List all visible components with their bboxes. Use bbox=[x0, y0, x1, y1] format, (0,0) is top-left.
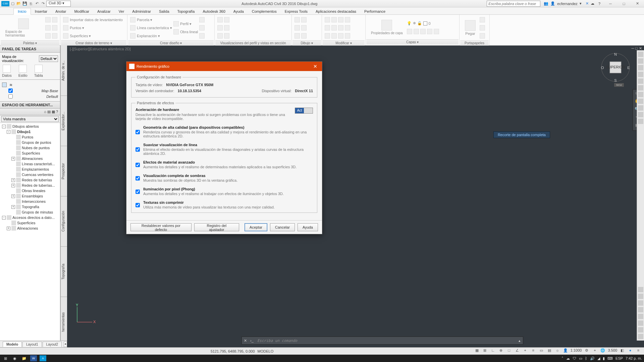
space-indicator[interactable]: MODELO bbox=[258, 349, 274, 353]
tool-icon[interactable] bbox=[434, 29, 439, 34]
tool-icon[interactable] bbox=[638, 307, 643, 312]
explorer-icon[interactable]: 📁 bbox=[21, 355, 28, 361]
tree-node[interactable]: -Dibujo1 bbox=[1, 129, 59, 134]
move-icon[interactable] bbox=[325, 17, 330, 22]
tool-icon[interactable] bbox=[638, 58, 643, 64]
layer-row[interactable]: Default bbox=[2, 94, 58, 99]
effect-checkbox[interactable] bbox=[136, 126, 140, 138]
tool-icon[interactable] bbox=[224, 25, 229, 31]
ribbon-tab-inicio[interactable]: Inicio bbox=[13, 8, 31, 15]
tool-icon[interactable] bbox=[638, 112, 643, 117]
ribbon-item[interactable]: Parcela ▾ bbox=[130, 16, 172, 23]
toolspace-button[interactable]: Espacio de herramientas bbox=[3, 17, 44, 39]
tool-icon[interactable] bbox=[427, 29, 432, 34]
tree-expander[interactable]: - bbox=[2, 125, 6, 128]
lock-icon[interactable]: 🔓 bbox=[417, 21, 422, 25]
otrack-icon[interactable]: ∠ bbox=[514, 348, 520, 354]
sc-icon[interactable]: ☼ bbox=[554, 348, 560, 354]
tree-node[interactable]: Obras lineales bbox=[1, 188, 59, 193]
tree-node[interactable]: Emplazamientos bbox=[1, 167, 59, 172]
tareas-col-datos[interactable]: Datos bbox=[2, 65, 12, 77]
ribbon-tab-aplicaciones-destacadas[interactable]: Aplicaciones destacadas bbox=[312, 8, 360, 14]
save-icon[interactable]: 💾 bbox=[22, 1, 28, 6]
layout-tab-layout2[interactable]: Layout2 bbox=[43, 342, 62, 347]
tool-icon[interactable] bbox=[638, 92, 643, 97]
cmd-close-icon[interactable]: ✕ bbox=[242, 339, 249, 343]
palette-icon[interactable] bbox=[45, 33, 51, 39]
cut-icon[interactable] bbox=[480, 17, 485, 22]
vp-minimize-icon[interactable]: ─ bbox=[632, 46, 634, 51]
home-icon[interactable]: ⌂ bbox=[44, 110, 46, 114]
add-layout-button[interactable]: + bbox=[64, 342, 67, 347]
offset-icon[interactable] bbox=[331, 33, 337, 39]
panel-title[interactable]: Crear diseño ▾ bbox=[128, 40, 214, 46]
new-icon[interactable]: ▢ bbox=[10, 1, 15, 6]
tool-icon[interactable] bbox=[638, 334, 643, 339]
ribbon-item[interactable]: Puntos ▾ bbox=[63, 24, 123, 32]
ribbon-item[interactable]: Importar datos de levantamiento bbox=[63, 16, 123, 23]
viewcube[interactable]: SUPERIOR N S E O SCU bbox=[600, 52, 631, 82]
toolspace-view-select[interactable]: Vista maestra bbox=[1, 116, 59, 122]
dialog-titlebar[interactable]: Rendimiento gráfico ✕ bbox=[126, 62, 322, 71]
globe-icon[interactable]: 🌐 bbox=[600, 348, 606, 354]
polar-icon[interactable]: ⊕ bbox=[498, 348, 504, 354]
tree-expander[interactable]: + bbox=[11, 194, 15, 198]
tree-node[interactable]: +Redes de tuberías bbox=[1, 177, 59, 183]
tree-node[interactable]: -Accesos directos a dato... bbox=[1, 215, 59, 220]
ribbon-item[interactable]: Explanación ▾ bbox=[130, 32, 172, 40]
effect-checkbox[interactable] bbox=[136, 201, 140, 209]
tool-icon[interactable] bbox=[217, 33, 223, 39]
snap-icon[interactable]: ⊞ bbox=[482, 348, 488, 354]
plus-icon[interactable]: + bbox=[592, 348, 598, 354]
tree-node[interactable]: -Dibujos abiertos bbox=[1, 124, 59, 129]
ribbon-tab-topografía[interactable]: Topografía bbox=[173, 8, 199, 14]
tool-icon[interactable] bbox=[638, 287, 643, 292]
iso-icon[interactable]: ◧ bbox=[619, 348, 625, 354]
tool-icon[interactable] bbox=[638, 105, 643, 111]
ribbon-tab-anotar[interactable]: Anotar bbox=[51, 8, 70, 14]
tool-icon[interactable] bbox=[638, 52, 643, 57]
viewport-label[interactable]: [-][Superior][Estructura alámbrica 2D] bbox=[70, 47, 131, 51]
onedrive-icon[interactable]: ☁ bbox=[566, 356, 570, 361]
ribbon-tab-express-tools[interactable]: Express Tools bbox=[281, 8, 312, 14]
gear-icon[interactable]: ⚙ bbox=[584, 348, 590, 354]
tool-icon[interactable] bbox=[224, 33, 229, 39]
ribbon-tab-insertar[interactable]: Insertar bbox=[31, 8, 51, 14]
copy-icon[interactable] bbox=[331, 17, 337, 22]
tool-icon[interactable] bbox=[638, 78, 643, 84]
start-button[interactable]: ⊞ bbox=[2, 355, 9, 361]
side-tab-prospector[interactable]: Prospector bbox=[61, 146, 67, 196]
cmd-chevron-icon[interactable]: ›_ bbox=[249, 339, 255, 343]
autocad-icon[interactable]: A bbox=[40, 355, 46, 361]
tpy-icon[interactable]: ▭ bbox=[538, 348, 544, 354]
layer-row[interactable]: Map Base bbox=[2, 88, 58, 94]
volume-icon[interactable]: 🔊 bbox=[590, 356, 595, 361]
person-icon[interactable]: 👤 bbox=[562, 348, 569, 354]
exchange-icon[interactable]: ✕ bbox=[586, 1, 589, 6]
tree-expander[interactable]: - bbox=[7, 130, 10, 134]
saveas-icon[interactable]: ⎘ bbox=[28, 1, 34, 6]
tree-node[interactable]: +Redes de tuberías... bbox=[1, 183, 59, 188]
panel-title[interactable]: Crear datos de terreno ▾ bbox=[61, 40, 126, 46]
tool-icon[interactable] bbox=[638, 119, 643, 124]
wifi-icon[interactable]: ◢ bbox=[597, 356, 600, 361]
ribbon-item[interactable]: Perfil ▾ bbox=[173, 20, 198, 27]
scale-icon[interactable] bbox=[338, 25, 343, 31]
tree-node[interactable]: +Alineaciones bbox=[1, 156, 59, 161]
keyboard-icon[interactable]: ⌨ bbox=[607, 356, 613, 361]
open-icon[interactable]: 📂 bbox=[16, 1, 21, 6]
osnap-icon[interactable]: □ bbox=[506, 348, 512, 354]
tree-expander[interactable]: + bbox=[11, 178, 15, 182]
palette-icon[interactable] bbox=[52, 33, 57, 39]
mirror-icon[interactable] bbox=[325, 25, 330, 31]
reset-defaults-button[interactable]: Restablecer valores por defecto bbox=[130, 223, 192, 231]
dyn-icon[interactable]: + bbox=[522, 348, 528, 354]
tool-icon[interactable] bbox=[224, 17, 229, 22]
side-tab-configuraci-n[interactable]: Configuración bbox=[61, 196, 67, 247]
paste-button[interactable]: Pegar bbox=[462, 19, 478, 37]
tree-node[interactable]: +Alineaciones bbox=[1, 226, 59, 231]
layer-checkbox[interactable] bbox=[8, 94, 13, 99]
app-menu-icon[interactable]: C3D bbox=[1, 1, 9, 6]
tool-icon[interactable] bbox=[638, 294, 643, 299]
ribbon-tab-ayuda[interactable]: Ayuda bbox=[229, 8, 248, 14]
